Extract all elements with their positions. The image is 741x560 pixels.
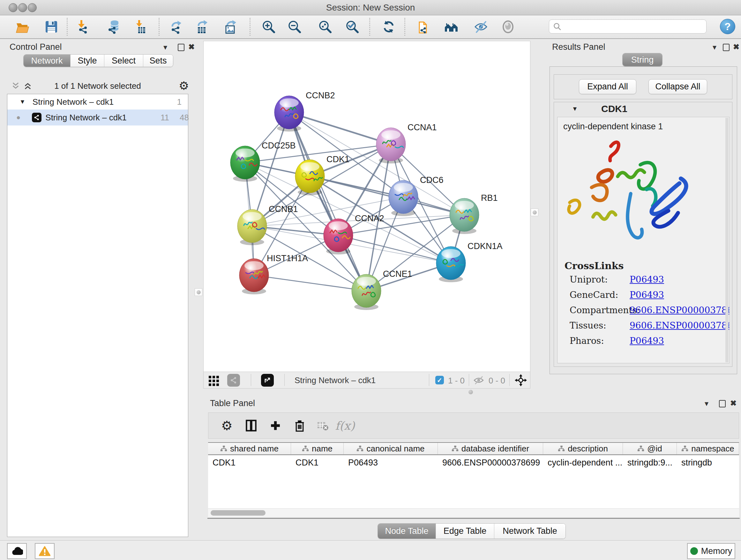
node-CCNB2[interactable]: CCNB2 [274,91,335,132]
export-network-button[interactable] [169,19,184,35]
node-CCNB1[interactable]: CCNB1 [238,204,298,245]
network-row-selected[interactable]: ● String Network – cdk1 11 48 [7,110,188,125]
table-cell[interactable]: CDK1 [291,455,344,470]
tab-edge-table[interactable]: Edge Table [436,523,494,539]
edge-HIST1H1A-CCNE1[interactable] [254,275,366,291]
node-CDKN1A[interactable]: CDKN1A [436,241,502,282]
table-cell[interactable]: 9606.ENSP00000378699 [438,455,543,470]
open-session-button[interactable] [15,19,30,35]
node-CCNE1[interactable]: CCNE1 [352,269,412,310]
network-collection-row[interactable]: ▼ String Network – cdk1 1 [7,94,188,110]
delete-column-trash-icon[interactable] [292,418,307,433]
tab-select[interactable]: Select [105,55,143,67]
column-header-shared-name[interactable]: shared name [208,443,291,454]
collapse-all-button[interactable]: Collapse All [649,79,707,94]
crosslink-value-link[interactable]: P06493 [630,335,664,346]
zoom-selected-button[interactable] [345,19,360,35]
node-CDC6[interactable]: CDC6 [389,175,444,216]
control-panel-close-button[interactable]: ✖ [188,43,195,51]
tab-node-table[interactable]: Node Table [378,523,436,539]
crosslink-value-link[interactable]: 9606.ENSP00000378699 [630,320,730,331]
table-cell[interactable]: P06493 [344,455,438,470]
export-image-button[interactable] [223,19,239,35]
column-attribute-icon [452,445,459,452]
tab-sets[interactable]: Sets [143,55,173,67]
fit-selected-crosshair-icon[interactable] [515,374,527,387]
node-CDC25B[interactable]: CDC25B [230,141,296,182]
network-options-gear-icon[interactable]: ⚙ [179,79,189,92]
section-expander-icon[interactable]: ▼ [572,105,578,112]
node-RB1[interactable]: RB1 [450,193,498,234]
hide-selected-button[interactable] [473,19,488,35]
table-cell[interactable]: stringdb:9... [623,455,677,470]
memory-button[interactable]: Memory [687,543,735,559]
home-button[interactable] [444,19,459,35]
toggle-graphics-details-button[interactable] [500,19,516,35]
tab-network-table[interactable]: Network Table [494,523,565,539]
share-view-icon[interactable] [227,374,240,387]
column-header-database-identifier[interactable]: database identifier [438,443,543,454]
column-header-canonical-name[interactable]: canonical name [344,443,438,454]
search-input[interactable] [549,19,706,34]
show-columns-icon[interactable] [244,418,259,433]
zoom-fit-button[interactable] [318,19,333,35]
edge-CCNB2-CCNA1[interactable] [289,112,391,144]
table-panel-close-button[interactable]: ✖ [730,399,737,407]
grid-view-icon[interactable] [208,374,219,386]
horizontal-splitter-handle[interactable] [468,390,473,394]
node-HIST1H1A[interactable]: HIST1H1A [239,253,308,294]
table-toolbar: ⚙ f(x) [208,413,739,439]
table-settings-gear-icon[interactable]: ⚙ [219,418,234,433]
results-vertical-scrollbar[interactable] [725,118,729,362]
cloud-button[interactable] [7,543,27,559]
zoom-out-button[interactable] [287,19,302,35]
table-horizontal-scrollbar[interactable] [208,508,739,517]
function-builder-icon[interactable]: f(x) [337,418,353,433]
refresh-view-button[interactable] [381,19,396,35]
table-row[interactable]: CDK1CDK1P064939606.ENSP00000378699cyclin… [208,455,739,470]
detach-view-icon[interactable] [261,374,274,387]
crosslink-value-link[interactable]: P06493 [630,274,664,285]
save-session-button[interactable] [44,19,59,35]
create-column-plus-icon[interactable] [268,418,283,433]
selected-checkbox-icon[interactable]: ✓ [435,376,444,384]
table-cell[interactable]: stringdb [677,455,739,470]
crosslink-value-link[interactable]: 9606.ENSP00000378699 [630,305,730,315]
network-canvas[interactable]: CCNB2CCNA1CDC25BCDK1CDC6RB1CCNB1CCNA2CDK… [203,41,530,372]
column-header--id[interactable]: @id [623,443,677,454]
results-panel-close-button[interactable]: ✖ [733,43,739,51]
results-panel-menu-button[interactable]: ▾ [713,44,717,51]
crosslink-value-link[interactable]: P06493 [630,290,664,300]
column-header-description[interactable]: description [543,443,623,454]
table-panel-menu-button[interactable]: ▾ [704,400,709,408]
tab-string[interactable]: String [623,53,662,66]
node-CCNA1[interactable]: CCNA1 [376,123,437,164]
tab-style[interactable]: Style [71,55,105,67]
table-cell[interactable]: CDK1 [208,455,291,470]
import-network-from-file-button[interactable] [76,19,91,35]
scrollbar-thumb[interactable] [211,510,266,516]
edge-CCNB2-CCNE1[interactable] [289,112,366,291]
column-header-name[interactable]: name [291,443,344,454]
import-network-from-database-button[interactable] [106,19,122,35]
tree-expander-icon[interactable]: ▼ [19,98,25,105]
right-splitter-handle[interactable] [531,208,538,216]
control-panel-float-button[interactable] [178,44,185,51]
results-panel-float-button[interactable] [723,44,730,51]
left-splitter-handle[interactable] [195,288,202,296]
node-label-CDC6: CDC6 [420,175,444,185]
import-table-from-file-button[interactable] [133,19,149,35]
warnings-button[interactable] [35,543,55,559]
export-table-button[interactable] [195,19,210,35]
table-cell[interactable]: cyclin-dependent ... [543,455,623,470]
tab-network[interactable]: Network [23,55,71,67]
expand-all-button[interactable]: Expand All [579,79,636,94]
column-header-namespace[interactable]: namespace [677,443,739,454]
help-button[interactable]: ? [720,19,735,34]
network-selection-bar: 1 of 1 Network selected ⚙ [4,78,192,94]
delete-table-icon[interactable] [315,418,330,433]
control-panel-menu-button[interactable]: ▾ [163,44,167,51]
open-in-browser-button[interactable] [416,19,432,35]
zoom-in-button[interactable] [261,19,276,35]
table-panel-float-button[interactable] [719,400,726,408]
